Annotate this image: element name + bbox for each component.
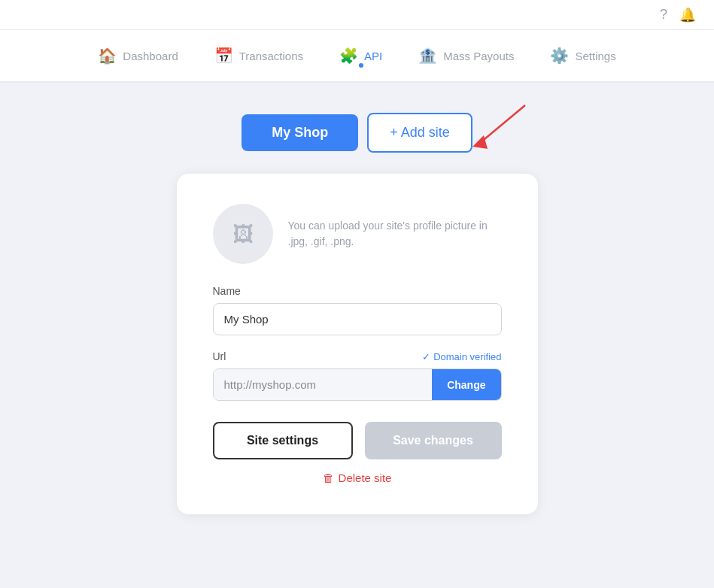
- checkmark-icon: ✓: [422, 351, 430, 362]
- name-label: Name: [213, 285, 502, 297]
- site-selector: My Shop + Add site: [242, 113, 472, 153]
- domain-verified-badge: ✓ Domain verified: [422, 351, 501, 362]
- svg-marker-1: [472, 135, 488, 149]
- url-input[interactable]: [214, 369, 433, 400]
- page-content: My Shop + Add site 🖼 You can upload your…: [0, 83, 714, 544]
- upload-circle[interactable]: 🖼: [213, 204, 273, 264]
- name-input[interactable]: [213, 303, 502, 335]
- image-placeholder-icon: 🖼: [232, 222, 254, 247]
- top-bar: ? 🔔: [0, 0, 714, 30]
- dashboard-icon: 🏠: [98, 47, 117, 65]
- nav-item-mass-payouts[interactable]: 🏦 Mass Payouts: [418, 41, 514, 71]
- nav-label-transactions: Transactions: [239, 50, 303, 62]
- api-icon: 🧩: [339, 47, 358, 65]
- nav-item-transactions[interactable]: 📅 Transactions: [214, 41, 303, 71]
- trash-icon: 🗑: [323, 471, 334, 484]
- bell-icon[interactable]: 🔔: [679, 7, 696, 23]
- url-field-group: Url ✓ Domain verified Change: [213, 350, 502, 401]
- name-field-group: Name: [213, 285, 502, 335]
- nav-item-dashboard[interactable]: 🏠 Dashboard: [98, 41, 178, 71]
- nav-label-settings: Settings: [575, 50, 615, 62]
- active-indicator: [359, 63, 363, 68]
- delete-site-link[interactable]: 🗑 Delete site: [213, 471, 502, 484]
- delete-site-label: Delete site: [339, 471, 392, 484]
- nav-item-settings[interactable]: ⚙️ Settings: [550, 41, 615, 71]
- upload-area: 🖼 You can upload your site's profile pic…: [213, 204, 502, 264]
- site-settings-button[interactable]: Site settings: [213, 422, 353, 459]
- nav-label-api: API: [364, 50, 382, 62]
- mass-payouts-icon: 🏦: [418, 47, 437, 65]
- site-settings-card: 🖼 You can upload your site's profile pic…: [177, 174, 538, 514]
- nav-item-api[interactable]: 🧩 API: [339, 41, 382, 71]
- transactions-icon: 📅: [214, 47, 233, 65]
- main-nav: 🏠 Dashboard 📅 Transactions 🧩 API 🏦 Mass …: [0, 30, 714, 83]
- nav-label-dashboard: Dashboard: [123, 50, 178, 62]
- help-icon[interactable]: ?: [660, 7, 667, 23]
- url-field-row: Url ✓ Domain verified: [213, 350, 502, 362]
- nav-label-mass-payouts: Mass Payouts: [443, 50, 514, 62]
- save-changes-button[interactable]: Save changes: [365, 422, 502, 459]
- upload-hint: You can upload your site's profile pictu…: [288, 218, 502, 250]
- change-button[interactable]: Change: [432, 369, 500, 400]
- settings-icon: ⚙️: [550, 47, 569, 65]
- add-site-button[interactable]: + Add site: [367, 113, 472, 153]
- action-buttons: Site settings Save changes: [213, 422, 502, 459]
- url-input-wrapper: Change: [213, 368, 502, 401]
- url-label: Url: [213, 350, 226, 362]
- svg-line-0: [480, 105, 525, 143]
- domain-verified-label: Domain verified: [433, 351, 501, 362]
- my-shop-button[interactable]: My Shop: [242, 114, 358, 151]
